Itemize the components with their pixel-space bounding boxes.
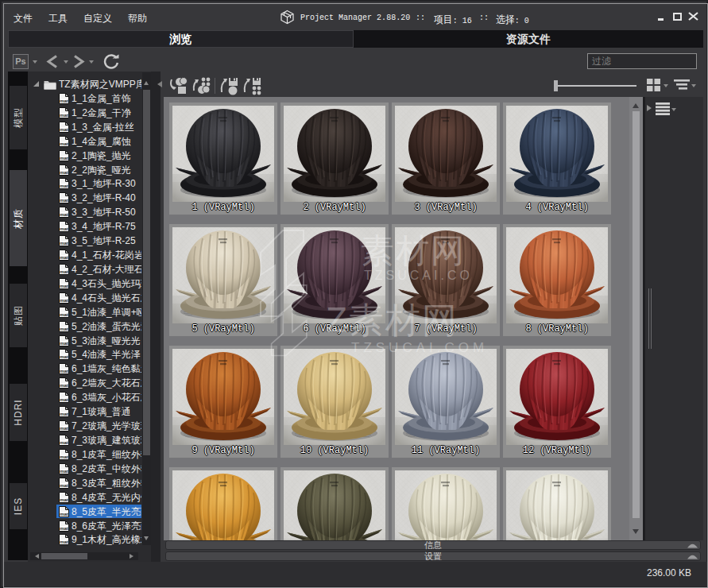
svg-text:mat: mat <box>60 483 68 488</box>
svg-text:mat: mat <box>60 512 68 516</box>
svg-text:mat: mat <box>60 284 68 288</box>
svg-text:mat: mat <box>60 184 68 188</box>
svg-text:mat: mat <box>60 127 68 132</box>
svg-text:mat: mat <box>60 113 68 118</box>
svg-text:mat: mat <box>60 141 68 146</box>
svg-text:mat: mat <box>60 455 68 459</box>
svg-text:mat: mat <box>60 369 68 373</box>
svg-text:mat: mat <box>60 212 68 217</box>
svg-text:mat: mat <box>60 397 68 402</box>
svg-text:mat: mat <box>60 255 68 260</box>
svg-text:mat: mat <box>60 469 68 474</box>
svg-text:mat: mat <box>60 426 68 431</box>
svg-text:mat: mat <box>60 327 68 331</box>
svg-text:mat: mat <box>60 526 68 531</box>
svg-text:mat: mat <box>60 440 68 445</box>
svg-text:mat: mat <box>60 312 68 317</box>
svg-text:mat: mat <box>60 341 68 346</box>
svg-text:mat: mat <box>60 198 68 203</box>
svg-text:mat: mat <box>60 354 68 359</box>
svg-text:mat: mat <box>60 412 68 416</box>
svg-text:mat: mat <box>60 383 68 388</box>
svg-text:mat: mat <box>60 269 68 274</box>
svg-text:mat: mat <box>60 497 68 502</box>
svg-text:mat: mat <box>60 540 68 544</box>
svg-text:mat: mat <box>60 99 68 103</box>
svg-text:mat: mat <box>60 170 68 175</box>
svg-text:mat: mat <box>60 241 68 246</box>
svg-text:mat: mat <box>60 298 68 303</box>
svg-text:mat: mat <box>60 156 68 161</box>
svg-text:mat: mat <box>60 226 68 231</box>
